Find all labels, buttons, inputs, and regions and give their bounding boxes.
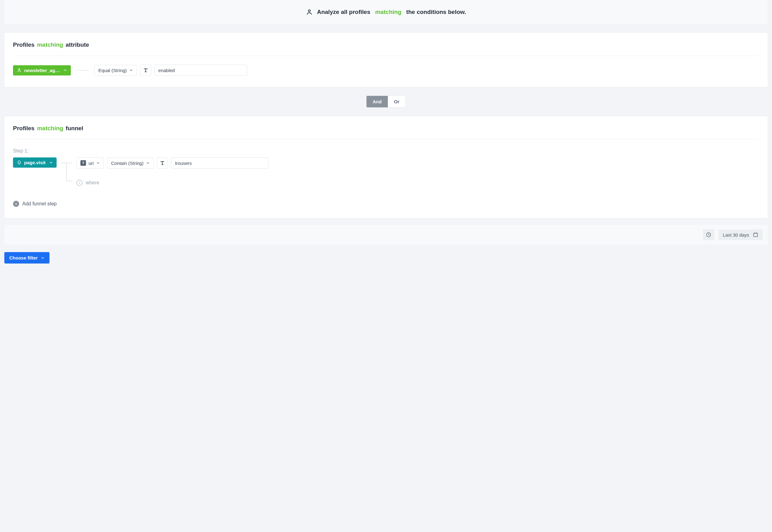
chevron-down-icon (49, 161, 53, 165)
chevron-down-icon (63, 68, 67, 72)
attribute-card: Profiles matching attribute newsletter_a… (4, 33, 768, 87)
date-range-label: Last 30 days (723, 232, 749, 238)
chevron-down-icon (129, 68, 133, 72)
funnel-title-prefix: Profiles (13, 125, 35, 132)
banner-suffix: the conditions below. (406, 9, 466, 15)
event-icon (17, 160, 22, 165)
clock-icon (706, 232, 711, 238)
logic-and-button[interactable]: And (367, 96, 388, 107)
chevron-down-icon (41, 256, 45, 260)
choose-filter-label: Choose filter (9, 255, 38, 260)
attribute-title-suffix: attribute (66, 41, 89, 48)
event-chip-label: page.visit (24, 160, 45, 165)
logic-or-button[interactable]: Or (388, 96, 406, 107)
attribute-chip[interactable]: newsletter_ag… (13, 65, 71, 75)
attribute-title-prefix: Profiles (13, 41, 35, 48)
attribute-title-keyword: matching (37, 41, 63, 48)
add-funnel-step-button[interactable]: + Add funnel step (13, 201, 57, 207)
attribute-card-title: Profiles matching attribute (13, 41, 759, 48)
person-small-icon (17, 68, 22, 73)
add-where-button[interactable]: + where (76, 180, 268, 186)
funnel-title-keyword: matching (37, 125, 63, 132)
property-select[interactable]: T uri (76, 157, 104, 169)
text-badge-icon: T (80, 160, 86, 166)
analyze-banner: Analyze all profiles matching the condit… (4, 0, 768, 24)
add-step-label: Add funnel step (22, 201, 57, 207)
plus-circle-icon: + (76, 180, 83, 186)
logic-segmented: And Or (4, 96, 768, 108)
attribute-chip-label: newsletter_ag… (24, 68, 60, 73)
attribute-row: newsletter_ag… Equal (String) (13, 65, 759, 76)
date-range-picker[interactable]: Last 30 days (718, 230, 763, 240)
svg-point-0 (308, 10, 310, 12)
attribute-comparator-select[interactable]: Equal (String) (94, 65, 137, 76)
where-label: where (86, 180, 99, 186)
connector (76, 70, 89, 71)
person-icon (306, 9, 313, 15)
funnel-step-row: page.visit T uri (13, 157, 759, 186)
text-type-icon (157, 157, 168, 169)
property-label: uri (88, 161, 94, 166)
bracket-connector (61, 157, 72, 186)
plus-circle-filled-icon: + (13, 201, 19, 207)
divider (13, 56, 759, 56)
funnel-comparator-select[interactable]: Contain (String) (107, 158, 154, 169)
calendar-icon (753, 232, 758, 238)
svg-point-1 (19, 69, 20, 70)
svg-rect-3 (754, 233, 758, 237)
chevron-down-icon (146, 161, 150, 165)
funnel-comparator-label: Contain (String) (111, 161, 144, 166)
funnel-title-suffix: funnel (66, 125, 83, 132)
step-label: Step 1: (13, 148, 759, 154)
history-button[interactable] (703, 229, 714, 240)
funnel-value-input[interactable] (171, 157, 268, 169)
text-type-icon (140, 65, 151, 76)
chevron-down-icon (96, 161, 100, 165)
attribute-comparator-label: Equal (String) (98, 68, 127, 73)
funnel-card-title: Profiles matching funnel (13, 125, 759, 132)
choose-filter-button[interactable]: Choose filter (4, 252, 49, 264)
attribute-value-input[interactable] (154, 65, 247, 76)
banner-prefix: Analyze all profiles (317, 9, 370, 15)
event-chip[interactable]: page.visit (13, 157, 57, 168)
footer-bar: Last 30 days (4, 225, 768, 245)
funnel-card: Profiles matching funnel Step 1: page.vi… (4, 116, 768, 218)
banner-keyword: matching (375, 9, 401, 15)
